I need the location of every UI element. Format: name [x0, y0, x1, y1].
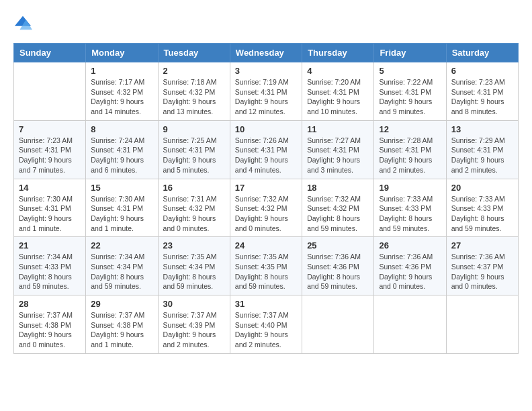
weekday-header-saturday: Saturday: [446, 44, 518, 62]
header: [13, 13, 519, 32]
day-number: 19: [379, 183, 441, 193]
calendar-cell: 20Sunrise: 7:33 AM Sunset: 4:33 PM Dayli…: [446, 179, 518, 237]
calendar-cell: 5Sunrise: 7:22 AM Sunset: 4:31 PM Daylig…: [374, 62, 446, 121]
day-info: Sunrise: 7:37 AM Sunset: 4:40 PM Dayligh…: [235, 310, 297, 350]
calendar-cell: 30Sunrise: 7:37 AM Sunset: 4:39 PM Dayli…: [158, 295, 230, 354]
day-info: Sunrise: 7:32 AM Sunset: 4:32 PM Dayligh…: [235, 194, 297, 234]
weekday-header-wednesday: Wednesday: [230, 44, 302, 62]
weekday-header-friday: Friday: [374, 44, 446, 62]
day-number: 4: [307, 66, 369, 76]
day-info: Sunrise: 7:30 AM Sunset: 4:31 PM Dayligh…: [19, 194, 81, 234]
calendar-cell: [374, 295, 446, 354]
day-number: 15: [91, 183, 152, 193]
calendar-cell: 25Sunrise: 7:36 AM Sunset: 4:36 PM Dayli…: [302, 237, 374, 295]
day-number: 8: [91, 124, 152, 134]
day-number: 23: [163, 240, 225, 250]
day-number: 25: [307, 240, 369, 250]
day-number: 31: [235, 299, 297, 309]
day-number: 17: [235, 183, 297, 193]
calendar-cell: 29Sunrise: 7:37 AM Sunset: 4:38 PM Dayli…: [86, 295, 158, 354]
calendar-cell: 24Sunrise: 7:35 AM Sunset: 4:35 PM Dayli…: [230, 237, 302, 295]
day-number: 5: [379, 66, 441, 76]
logo: [13, 13, 35, 32]
calendar-cell: 3Sunrise: 7:19 AM Sunset: 4:31 PM Daylig…: [230, 62, 302, 121]
day-info: Sunrise: 7:32 AM Sunset: 4:32 PM Dayligh…: [307, 194, 369, 234]
weekday-header-row: SundayMondayTuesdayWednesdayThursdayFrid…: [14, 44, 519, 62]
day-number: 13: [451, 124, 513, 134]
day-info: Sunrise: 7:36 AM Sunset: 4:36 PM Dayligh…: [307, 252, 369, 291]
weekday-header-thursday: Thursday: [302, 44, 374, 62]
day-number: 30: [163, 299, 225, 309]
calendar-cell: 9Sunrise: 7:25 AM Sunset: 4:31 PM Daylig…: [158, 120, 230, 179]
calendar-cell: 31Sunrise: 7:37 AM Sunset: 4:40 PM Dayli…: [230, 295, 302, 354]
calendar-cell: 6Sunrise: 7:23 AM Sunset: 4:31 PM Daylig…: [446, 62, 518, 121]
calendar-cell: 15Sunrise: 7:30 AM Sunset: 4:31 PM Dayli…: [86, 179, 158, 237]
day-info: Sunrise: 7:35 AM Sunset: 4:34 PM Dayligh…: [163, 252, 225, 291]
day-info: Sunrise: 7:34 AM Sunset: 4:34 PM Dayligh…: [91, 252, 152, 291]
day-number: 28: [19, 299, 81, 309]
day-number: 3: [235, 66, 297, 76]
calendar-cell: 7Sunrise: 7:23 AM Sunset: 4:31 PM Daylig…: [14, 120, 86, 179]
day-info: Sunrise: 7:23 AM Sunset: 4:31 PM Dayligh…: [19, 136, 81, 175]
calendar-cell: 22Sunrise: 7:34 AM Sunset: 4:34 PM Dayli…: [86, 237, 158, 295]
calendar-week-4: 21Sunrise: 7:34 AM Sunset: 4:33 PM Dayli…: [14, 237, 519, 295]
day-number: 1: [91, 66, 152, 76]
day-info: Sunrise: 7:36 AM Sunset: 4:37 PM Dayligh…: [451, 252, 513, 291]
day-info: Sunrise: 7:37 AM Sunset: 4:39 PM Dayligh…: [163, 310, 225, 350]
calendar-cell: [446, 295, 518, 354]
calendar-cell: [302, 295, 374, 354]
day-info: Sunrise: 7:24 AM Sunset: 4:31 PM Dayligh…: [91, 136, 152, 175]
calendar-cell: 27Sunrise: 7:36 AM Sunset: 4:37 PM Dayli…: [446, 237, 518, 295]
calendar-cell: 19Sunrise: 7:33 AM Sunset: 4:33 PM Dayli…: [374, 179, 446, 237]
day-info: Sunrise: 7:26 AM Sunset: 4:31 PM Dayligh…: [235, 136, 297, 175]
day-info: Sunrise: 7:30 AM Sunset: 4:31 PM Dayligh…: [91, 194, 152, 234]
calendar-cell: 16Sunrise: 7:31 AM Sunset: 4:32 PM Dayli…: [158, 179, 230, 237]
day-number: 11: [307, 124, 369, 134]
day-number: 27: [451, 240, 513, 250]
calendar-cell: 13Sunrise: 7:29 AM Sunset: 4:31 PM Dayli…: [446, 120, 518, 179]
day-number: 10: [235, 124, 297, 134]
day-info: Sunrise: 7:31 AM Sunset: 4:32 PM Dayligh…: [163, 194, 225, 234]
calendar-cell: 23Sunrise: 7:35 AM Sunset: 4:34 PM Dayli…: [158, 237, 230, 295]
calendar-cell: 14Sunrise: 7:30 AM Sunset: 4:31 PM Dayli…: [14, 179, 86, 237]
day-info: Sunrise: 7:37 AM Sunset: 4:38 PM Dayligh…: [19, 310, 81, 350]
day-info: Sunrise: 7:25 AM Sunset: 4:31 PM Dayligh…: [163, 136, 225, 175]
day-number: 14: [19, 183, 81, 193]
day-number: 2: [163, 66, 225, 76]
calendar-cell: 1Sunrise: 7:17 AM Sunset: 4:32 PM Daylig…: [86, 62, 158, 121]
calendar-cell: 17Sunrise: 7:32 AM Sunset: 4:32 PM Dayli…: [230, 179, 302, 237]
day-number: 9: [163, 124, 225, 134]
day-info: Sunrise: 7:23 AM Sunset: 4:31 PM Dayligh…: [451, 77, 513, 117]
day-info: Sunrise: 7:29 AM Sunset: 4:31 PM Dayligh…: [451, 136, 513, 175]
calendar-cell: 21Sunrise: 7:34 AM Sunset: 4:33 PM Dayli…: [14, 237, 86, 295]
day-info: Sunrise: 7:37 AM Sunset: 4:38 PM Dayligh…: [91, 310, 152, 350]
day-info: Sunrise: 7:17 AM Sunset: 4:32 PM Dayligh…: [91, 77, 152, 117]
day-info: Sunrise: 7:27 AM Sunset: 4:31 PM Dayligh…: [307, 136, 369, 175]
logo-icon: [13, 13, 32, 32]
day-info: Sunrise: 7:20 AM Sunset: 4:31 PM Dayligh…: [307, 77, 369, 117]
calendar-cell: 8Sunrise: 7:24 AM Sunset: 4:31 PM Daylig…: [86, 120, 158, 179]
day-info: Sunrise: 7:36 AM Sunset: 4:36 PM Dayligh…: [379, 252, 441, 291]
day-number: 18: [307, 183, 369, 193]
day-info: Sunrise: 7:35 AM Sunset: 4:35 PM Dayligh…: [235, 252, 297, 291]
day-number: 22: [91, 240, 152, 250]
day-info: Sunrise: 7:34 AM Sunset: 4:33 PM Dayligh…: [19, 252, 81, 291]
calendar-week-2: 7Sunrise: 7:23 AM Sunset: 4:31 PM Daylig…: [14, 120, 519, 179]
calendar-week-1: 1Sunrise: 7:17 AM Sunset: 4:32 PM Daylig…: [14, 62, 519, 121]
day-info: Sunrise: 7:19 AM Sunset: 4:31 PM Dayligh…: [235, 77, 297, 117]
calendar-week-5: 28Sunrise: 7:37 AM Sunset: 4:38 PM Dayli…: [14, 295, 519, 354]
calendar-cell: 28Sunrise: 7:37 AM Sunset: 4:38 PM Dayli…: [14, 295, 86, 354]
day-info: Sunrise: 7:28 AM Sunset: 4:31 PM Dayligh…: [379, 136, 441, 175]
calendar-week-3: 14Sunrise: 7:30 AM Sunset: 4:31 PM Dayli…: [14, 179, 519, 237]
calendar-cell: 2Sunrise: 7:18 AM Sunset: 4:32 PM Daylig…: [158, 62, 230, 121]
day-number: 16: [163, 183, 225, 193]
day-number: 21: [19, 240, 81, 250]
day-number: 29: [91, 299, 152, 309]
day-number: 12: [379, 124, 441, 134]
calendar-cell: 12Sunrise: 7:28 AM Sunset: 4:31 PM Dayli…: [374, 120, 446, 179]
calendar-cell: 26Sunrise: 7:36 AM Sunset: 4:36 PM Dayli…: [374, 237, 446, 295]
calendar-cell: [14, 62, 86, 121]
day-info: Sunrise: 7:33 AM Sunset: 4:33 PM Dayligh…: [379, 194, 441, 234]
calendar-cell: 11Sunrise: 7:27 AM Sunset: 4:31 PM Dayli…: [302, 120, 374, 179]
day-info: Sunrise: 7:33 AM Sunset: 4:33 PM Dayligh…: [451, 194, 513, 234]
